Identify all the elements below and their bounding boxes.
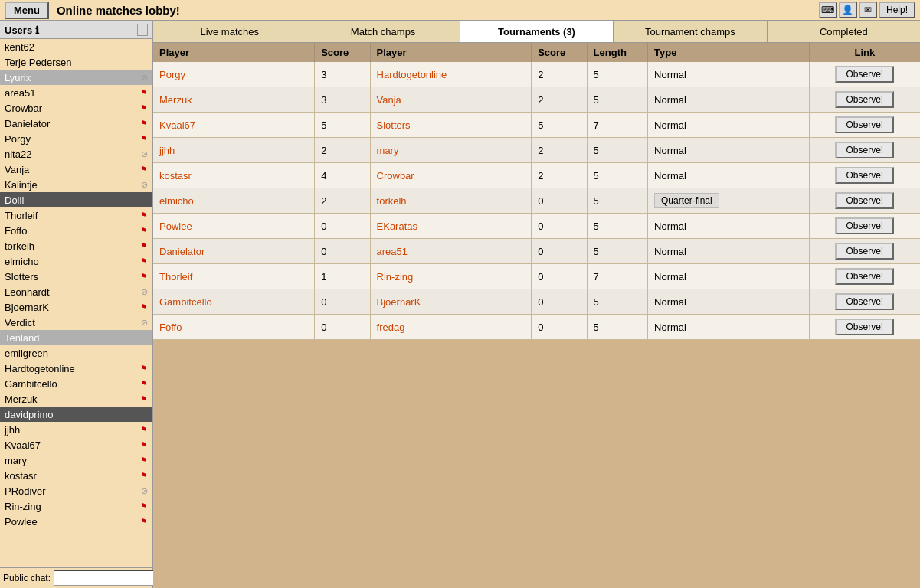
sidebar-user-kvaal67[interactable]: Kvaal67⚑ — [0, 437, 152, 452]
keyboard-icon[interactable]: ⌨ — [819, 2, 837, 18]
user-icon[interactable]: 👤 — [839, 2, 857, 18]
sidebar-user-gambitcello[interactable]: Gambitcello⚑ — [0, 376, 152, 391]
sidebar-user-hardtogetonline[interactable]: Hardtogetonline⚑ — [0, 361, 152, 376]
flag-icon: ⚑ — [140, 302, 148, 312]
user-name: Kvaal67 — [5, 439, 41, 451]
player1-link[interactable]: Thorleif — [159, 271, 192, 283]
player2-link[interactable]: Vanja — [377, 94, 401, 106]
sidebar-user-vanja[interactable]: Vanja⚑ — [0, 162, 152, 177]
sidebar-user-bjoernark[interactable]: BjoernarK⚑ — [0, 299, 152, 315]
player2-link[interactable]: area51 — [377, 246, 408, 257]
flag-icon: ⚑ — [140, 425, 148, 435]
message-icon[interactable]: ✉ — [859, 2, 877, 18]
block-icon: ⊘ — [141, 73, 148, 83]
observe-button[interactable]: Observe! — [835, 167, 894, 184]
player1-link[interactable]: Danielator — [159, 246, 205, 257]
sidebar-user-merzuk[interactable]: Merzuk⚑ — [0, 391, 152, 407]
flag-icon: ⚑ — [140, 501, 148, 511]
player2-link[interactable]: torkelh — [377, 195, 407, 207]
type-cell: Normal — [648, 138, 810, 163]
sidebar-user-nita22[interactable]: nita22⊘ — [0, 146, 152, 162]
tab-completed[interactable]: Completed — [768, 21, 920, 42]
player2-link[interactable]: Rin-zing — [377, 271, 414, 283]
table-row: Merzuk3Vanja25NormalObserve! — [153, 87, 920, 113]
table-row: jjhh2mary25NormalObserve! — [153, 138, 920, 163]
player2-link[interactable]: fredag — [377, 322, 405, 333]
player1-link[interactable]: jjhh — [159, 145, 175, 156]
sidebar-user-lyurix[interactable]: Lyurix⊘ — [0, 70, 152, 85]
public-chat-bar: Public chat: — [0, 567, 152, 588]
player1-link[interactable]: kostasr — [159, 170, 192, 181]
sidebar-user-emilgreen[interactable]: emilgreen — [0, 345, 152, 361]
table-header-row: PlayerScorePlayerScoreLengthTypeLink — [153, 43, 920, 62]
player2-link[interactable]: BjoernarK — [377, 296, 421, 308]
player2-link[interactable]: mary — [377, 145, 399, 156]
flag-icon: ⚑ — [140, 379, 148, 389]
match-table: PlayerScorePlayerScoreLengthTypeLink Por… — [153, 43, 920, 340]
score2-cell: 2 — [532, 163, 587, 188]
sidebar-user-mary[interactable]: mary⚑ — [0, 452, 152, 468]
observe-button[interactable]: Observe! — [835, 217, 894, 234]
tab-tournament-champs[interactable]: Tournament champs — [614, 21, 767, 42]
sidebar-user-terje-pedersen[interactable]: Terje Pedersen — [0, 54, 152, 70]
sidebar-user-jjhh[interactable]: jjhh⚑ — [0, 422, 152, 437]
player1-link[interactable]: elmicho — [159, 195, 194, 207]
users-list[interactable]: kent62Terje PedersenLyurix⊘area51⚑Crowba… — [0, 39, 152, 567]
user-name: Kalintje — [5, 179, 38, 191]
sidebar-user-prodiver[interactable]: PRodiver⊘ — [0, 483, 152, 498]
sidebar-user-porgy[interactable]: Porgy⚑ — [0, 131, 152, 146]
player2-link[interactable]: Hardtogetonline — [377, 69, 447, 80]
tab-live-matches[interactable]: Live matches — [153, 21, 306, 42]
observe-button[interactable]: Observe! — [835, 243, 894, 260]
player2-link[interactable]: Crowbar — [377, 170, 414, 181]
help-button[interactable]: Help! — [879, 2, 915, 18]
observe-button[interactable]: Observe! — [835, 318, 894, 335]
sidebar-user-kalintje[interactable]: Kalintje⊘ — [0, 177, 152, 192]
player2-link[interactable]: Slotters — [377, 119, 411, 131]
sidebar-user-leonhardt[interactable]: Leonhardt⊘ — [0, 284, 152, 299]
sidebar-user-tenland[interactable]: Tenland — [0, 330, 152, 345]
sidebar-user-crowbar[interactable]: Crowbar⚑ — [0, 100, 152, 116]
score2-cell: 0 — [532, 264, 587, 289]
table-row: Thorleif1Rin-zing07NormalObserve! — [153, 264, 920, 289]
observe-button[interactable]: Observe! — [835, 66, 894, 83]
users-label: Users — [5, 24, 32, 36]
sidebar-user-rin-zing[interactable]: Rin-zing⚑ — [0, 498, 152, 514]
users-scrollbar-up[interactable] — [137, 24, 148, 36]
observe-button[interactable]: Observe! — [835, 142, 894, 158]
sidebar-user-powlee[interactable]: Powlee⚑ — [0, 514, 152, 529]
player2-link[interactable]: EKaratas — [377, 220, 417, 232]
sidebar-user-elmicho[interactable]: elmicho⚑ — [0, 253, 152, 269]
sidebar-user-kent62[interactable]: kent62 — [0, 39, 152, 54]
observe-button[interactable]: Observe! — [835, 116, 894, 133]
flag-icon: ⚑ — [140, 165, 148, 175]
score2-cell: 0 — [532, 289, 587, 315]
sidebar-user-foffo[interactable]: Foffo⚑ — [0, 223, 152, 238]
sidebar-user-dolli[interactable]: Dolli — [0, 192, 152, 207]
player1-link[interactable]: Porgy — [159, 69, 185, 80]
observe-button[interactable]: Observe! — [835, 91, 894, 108]
observe-button[interactable]: Observe! — [835, 192, 894, 209]
observe-button[interactable]: Observe! — [835, 293, 894, 310]
user-name: Terje Pedersen — [5, 57, 71, 68]
player1-link[interactable]: Merzuk — [159, 94, 192, 106]
sidebar-user-kostasr[interactable]: kostasr⚑ — [0, 468, 152, 483]
sidebar-user-verdict[interactable]: Verdict⊘ — [0, 315, 152, 330]
sidebar-user-torkelh[interactable]: torkelh⚑ — [0, 238, 152, 253]
sidebar-user-davidprimo[interactable]: davidprimo — [0, 407, 152, 422]
type-cell: Normal — [648, 214, 810, 239]
tab-tournaments[interactable]: Tournaments (3) — [460, 21, 614, 42]
sidebar-user-area51[interactable]: area51⚑ — [0, 85, 152, 100]
sidebar-user-slotters[interactable]: Slotters⚑ — [0, 269, 152, 284]
type-badge: Quarter-final — [654, 193, 719, 208]
player1-link[interactable]: Kvaal67 — [159, 119, 195, 131]
tab-match-champs[interactable]: Match champs — [306, 21, 460, 42]
score2-cell: 2 — [532, 62, 587, 87]
player1-link[interactable]: Foffo — [159, 322, 182, 333]
sidebar-user-danielator[interactable]: Danielator⚑ — [0, 116, 152, 131]
observe-button[interactable]: Observe! — [835, 268, 894, 285]
player1-link[interactable]: Gambitcello — [159, 296, 212, 308]
sidebar-user-thorleif[interactable]: Thorleif⚑ — [0, 207, 152, 223]
menu-button[interactable]: Menu — [5, 2, 49, 19]
player1-link[interactable]: Powlee — [159, 220, 192, 232]
